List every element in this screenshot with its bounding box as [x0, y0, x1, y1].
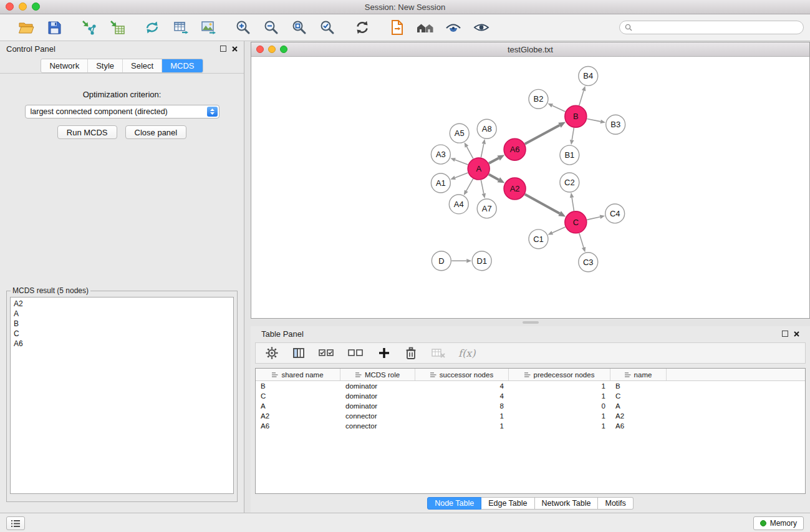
graph-edge-B-B2[interactable]	[552, 105, 566, 112]
graph-node-A3[interactable]: A3	[431, 145, 450, 164]
network-zoom-button[interactable]	[280, 46, 287, 53]
table-row[interactable]: Bdominator41B	[256, 381, 805, 391]
zoom-window-button[interactable]	[32, 2, 40, 11]
graph-edge-B-B3[interactable]	[587, 118, 600, 121]
graph-node-A7[interactable]: A7	[477, 199, 496, 218]
graph-edge-B-B4[interactable]	[579, 90, 584, 105]
table-settings-button[interactable]	[264, 346, 279, 360]
save-session-button[interactable]	[44, 17, 64, 37]
graph-edge-A6-B[interactable]	[525, 125, 560, 144]
search-input[interactable]	[635, 22, 798, 32]
graph-node-D1[interactable]: D1	[472, 251, 491, 271]
graph-edge-C-C1[interactable]	[552, 227, 566, 233]
graph-node-D[interactable]: D	[432, 251, 451, 271]
graph-node-B[interactable]: B	[565, 105, 587, 127]
column-header-MCDS-role[interactable]: MCDS role	[340, 369, 415, 380]
graph-node-A5[interactable]: A5	[450, 123, 469, 143]
result-item[interactable]: A	[14, 309, 230, 319]
zoom-out-button[interactable]	[261, 17, 281, 37]
network-canvas[interactable]: B4B2BB3A8A5A6A3B1AA1C2A2A4A7C4CC1C3DD1	[251, 57, 809, 318]
zoom-in-button[interactable]	[233, 17, 253, 37]
result-item[interactable]: A2	[14, 299, 230, 309]
new-table-button[interactable]	[170, 17, 190, 37]
show-graphics-details-button[interactable]	[443, 17, 463, 37]
create-column-button[interactable]	[377, 346, 392, 360]
zoom-selected-button[interactable]	[317, 17, 337, 37]
graph-node-A[interactable]: A	[468, 158, 489, 180]
control-tab-style[interactable]: Style	[87, 59, 122, 72]
apply-layout-button[interactable]	[352, 17, 372, 37]
graph-node-B4[interactable]: B4	[579, 66, 598, 85]
zoom-fit-button[interactable]	[289, 17, 309, 37]
graph-node-C1[interactable]: C1	[529, 230, 548, 249]
control-tab-network[interactable]: Network	[41, 59, 87, 72]
search-box[interactable]	[619, 21, 804, 34]
result-item[interactable]: A6	[14, 339, 230, 349]
graph-node-B3[interactable]: B3	[606, 115, 625, 134]
graph-edge-A-A6[interactable]	[489, 158, 499, 163]
graph-node-B1[interactable]: B1	[560, 145, 579, 165]
column-header-shared-name[interactable]: shared name	[256, 369, 340, 380]
select-all-button[interactable]	[318, 346, 335, 360]
close-panel-button[interactable]: Close panel	[125, 125, 187, 139]
import-network-file-button[interactable]	[79, 17, 99, 37]
column-header-successor-nodes[interactable]: successor nodes	[415, 369, 509, 380]
new-network-button[interactable]	[142, 17, 162, 37]
column-header-name[interactable]: name	[610, 369, 667, 380]
network-minimize-button[interactable]	[268, 46, 276, 53]
control-tab-mcds[interactable]: MCDS	[162, 59, 202, 72]
graph-edge-A2-C[interactable]	[525, 194, 560, 213]
task-history-button[interactable]	[6, 516, 25, 530]
graph-edge-A-A4[interactable]	[466, 179, 473, 191]
graph-node-A8[interactable]: A8	[477, 119, 496, 138]
graph-edge-A-A2[interactable]	[489, 174, 499, 180]
graph-edge-A-A8[interactable]	[481, 144, 483, 158]
graph-node-B2[interactable]: B2	[529, 89, 548, 109]
table-row[interactable]: A6connector11A6	[256, 421, 805, 431]
export-image-button[interactable]	[198, 17, 218, 37]
function-builder-button[interactable]: f(x)	[458, 347, 475, 359]
graph-edge-B-B1[interactable]	[572, 128, 574, 140]
run-mcds-button[interactable]: Run MCDS	[57, 125, 117, 139]
result-item[interactable]: B	[14, 319, 230, 329]
close-window-button[interactable]	[6, 2, 14, 11]
minimize-window-button[interactable]	[19, 2, 27, 11]
mcds-result-list[interactable]: A2ABCA6	[10, 297, 234, 494]
horizontal-splitter[interactable]	[251, 319, 810, 326]
network-close-button[interactable]	[256, 46, 264, 53]
table-row[interactable]: Adominator80A	[256, 401, 805, 411]
birds-eye-view-button[interactable]	[471, 17, 491, 37]
table-tab-motifs[interactable]: Motifs	[598, 497, 633, 510]
table-row[interactable]: Cdominator41C	[256, 391, 805, 401]
graph-edge-C-C2[interactable]	[572, 198, 574, 211]
table-tab-edge-table[interactable]: Edge Table	[481, 497, 534, 510]
table-tab-network-table[interactable]: Network Table	[535, 497, 599, 510]
table-tab-node-table[interactable]: Node Table	[427, 497, 481, 510]
table-row[interactable]: A2connector11A2	[256, 411, 805, 421]
float-panel-icon[interactable]	[220, 46, 226, 52]
graph-edge-C-C4[interactable]	[587, 217, 600, 220]
open-session-button[interactable]	[16, 17, 36, 37]
graph-node-A6[interactable]: A6	[504, 138, 526, 160]
graph-edge-A-A5[interactable]	[466, 147, 473, 158]
float-table-panel-icon[interactable]	[782, 331, 788, 337]
graph-edge-C-C3[interactable]	[579, 233, 584, 248]
optimization-dropdown[interactable]: largest connected component (directed)	[25, 105, 219, 118]
graph-edge-A-A7[interactable]	[481, 180, 483, 194]
graph-node-A1[interactable]: A1	[431, 173, 450, 193]
network-canvas-area[interactable]: B4B2BB3A8A5A6A3B1AA1C2A2A4A7C4CC1C3DD1	[251, 57, 809, 318]
graph-node-C3[interactable]: C3	[579, 253, 598, 272]
graph-edge-A-A1[interactable]	[455, 173, 468, 178]
control-tab-select[interactable]: Select	[122, 59, 162, 72]
delete-table-button[interactable]	[430, 346, 446, 360]
column-header-predecessor-nodes[interactable]: predecessor nodes	[509, 369, 610, 380]
import-file-button[interactable]	[387, 17, 407, 37]
graph-node-A2[interactable]: A2	[504, 178, 526, 200]
graph-node-A4[interactable]: A4	[449, 195, 468, 214]
close-table-panel-icon[interactable]	[794, 331, 799, 337]
memory-button[interactable]: Memory	[753, 516, 804, 530]
deselect-all-button[interactable]	[347, 346, 365, 360]
graph-node-C[interactable]: C	[565, 211, 587, 233]
home-button[interactable]	[415, 17, 435, 37]
delete-column-button[interactable]	[403, 346, 418, 360]
